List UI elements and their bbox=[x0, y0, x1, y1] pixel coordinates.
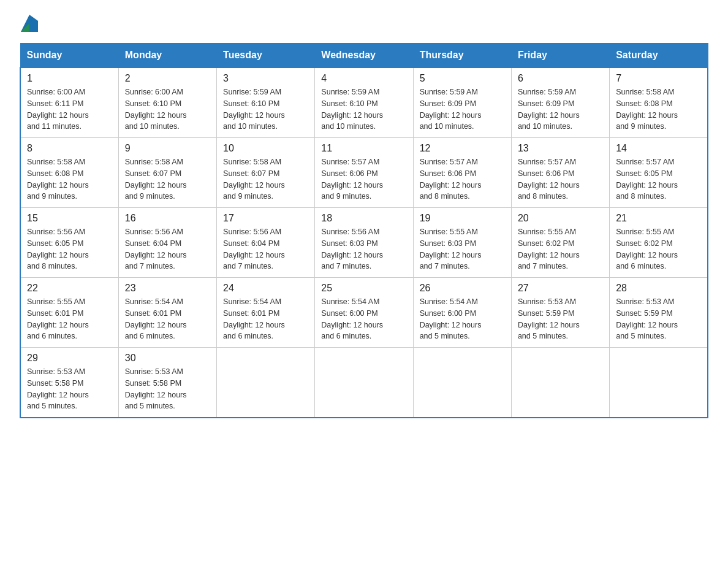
day-cell bbox=[315, 348, 413, 418]
header-day-monday: Monday bbox=[118, 44, 216, 68]
page-header bbox=[20, 15, 708, 32]
day-cell: 3 Sunrise: 5:59 AMSunset: 6:10 PMDayligh… bbox=[217, 67, 315, 138]
day-info: Sunrise: 5:57 AMSunset: 6:06 PMDaylight:… bbox=[518, 158, 580, 201]
day-number: 17 bbox=[223, 213, 308, 224]
week-row-2: 8 Sunrise: 5:58 AMSunset: 6:08 PMDayligh… bbox=[20, 138, 708, 208]
day-number: 2 bbox=[125, 73, 210, 84]
day-info: Sunrise: 6:00 AMSunset: 6:11 PMDaylight:… bbox=[27, 88, 89, 131]
day-cell: 17 Sunrise: 5:56 AMSunset: 6:04 PMDaylig… bbox=[217, 208, 315, 278]
day-info: Sunrise: 5:55 AMSunset: 6:02 PMDaylight:… bbox=[616, 228, 678, 270]
day-cell: 20 Sunrise: 5:55 AMSunset: 6:02 PMDaylig… bbox=[511, 208, 609, 278]
day-info: Sunrise: 5:57 AMSunset: 6:06 PMDaylight:… bbox=[321, 158, 383, 201]
day-number: 6 bbox=[518, 73, 603, 84]
day-info: Sunrise: 5:55 AMSunset: 6:02 PMDaylight:… bbox=[518, 228, 580, 270]
day-cell: 24 Sunrise: 5:54 AMSunset: 6:01 PMDaylig… bbox=[217, 278, 315, 348]
day-cell bbox=[413, 348, 511, 418]
day-number: 1 bbox=[27, 73, 112, 84]
day-number: 5 bbox=[420, 73, 505, 84]
week-row-1: 1 Sunrise: 6:00 AMSunset: 6:11 PMDayligh… bbox=[20, 67, 708, 138]
day-cell: 30 Sunrise: 5:53 AMSunset: 5:58 PMDaylig… bbox=[118, 348, 216, 418]
day-cell: 11 Sunrise: 5:57 AMSunset: 6:06 PMDaylig… bbox=[315, 138, 413, 208]
day-cell: 26 Sunrise: 5:54 AMSunset: 6:00 PMDaylig… bbox=[413, 278, 511, 348]
day-cell bbox=[610, 348, 708, 418]
day-cell: 18 Sunrise: 5:56 AMSunset: 6:03 PMDaylig… bbox=[315, 208, 413, 278]
day-number: 24 bbox=[223, 283, 308, 294]
day-cell: 4 Sunrise: 5:59 AMSunset: 6:10 PMDayligh… bbox=[315, 67, 413, 138]
day-info: Sunrise: 5:59 AMSunset: 6:10 PMDaylight:… bbox=[223, 88, 285, 131]
day-cell: 12 Sunrise: 5:57 AMSunset: 6:06 PMDaylig… bbox=[413, 138, 511, 208]
week-row-5: 29 Sunrise: 5:53 AMSunset: 5:58 PMDaylig… bbox=[20, 348, 708, 418]
header-day-saturday: Saturday bbox=[610, 44, 708, 68]
day-cell: 7 Sunrise: 5:58 AMSunset: 6:08 PMDayligh… bbox=[610, 67, 708, 138]
day-cell: 9 Sunrise: 5:58 AMSunset: 6:07 PMDayligh… bbox=[118, 138, 216, 208]
day-number: 16 bbox=[125, 213, 210, 224]
day-info: Sunrise: 5:58 AMSunset: 6:07 PMDaylight:… bbox=[223, 158, 285, 201]
day-cell: 21 Sunrise: 5:55 AMSunset: 6:02 PMDaylig… bbox=[610, 208, 708, 278]
day-cell: 6 Sunrise: 5:59 AMSunset: 6:09 PMDayligh… bbox=[511, 67, 609, 138]
day-info: Sunrise: 5:59 AMSunset: 6:09 PMDaylight:… bbox=[518, 88, 580, 131]
day-cell: 2 Sunrise: 6:00 AMSunset: 6:10 PMDayligh… bbox=[118, 67, 216, 138]
week-row-4: 22 Sunrise: 5:55 AMSunset: 6:01 PMDaylig… bbox=[20, 278, 708, 348]
day-info: Sunrise: 6:00 AMSunset: 6:10 PMDaylight:… bbox=[125, 88, 187, 131]
day-cell: 28 Sunrise: 5:53 AMSunset: 5:59 PMDaylig… bbox=[610, 278, 708, 348]
day-info: Sunrise: 5:58 AMSunset: 6:08 PMDaylight:… bbox=[27, 158, 89, 201]
day-info: Sunrise: 5:55 AMSunset: 6:03 PMDaylight:… bbox=[420, 228, 482, 270]
day-number: 10 bbox=[223, 143, 308, 154]
day-info: Sunrise: 5:53 AMSunset: 5:59 PMDaylight:… bbox=[616, 297, 678, 340]
day-cell: 5 Sunrise: 5:59 AMSunset: 6:09 PMDayligh… bbox=[413, 67, 511, 138]
day-info: Sunrise: 5:57 AMSunset: 6:06 PMDaylight:… bbox=[420, 158, 482, 201]
day-number: 23 bbox=[125, 283, 210, 294]
day-info: Sunrise: 5:59 AMSunset: 6:10 PMDaylight:… bbox=[321, 88, 383, 131]
day-cell: 29 Sunrise: 5:53 AMSunset: 5:58 PMDaylig… bbox=[20, 348, 118, 418]
day-number: 27 bbox=[518, 283, 603, 294]
day-info: Sunrise: 5:58 AMSunset: 6:07 PMDaylight:… bbox=[125, 158, 187, 201]
day-cell: 19 Sunrise: 5:55 AMSunset: 6:03 PMDaylig… bbox=[413, 208, 511, 278]
day-info: Sunrise: 5:56 AMSunset: 6:04 PMDaylight:… bbox=[125, 228, 187, 270]
day-info: Sunrise: 5:58 AMSunset: 6:08 PMDaylight:… bbox=[616, 88, 678, 131]
day-info: Sunrise: 5:55 AMSunset: 6:01 PMDaylight:… bbox=[27, 297, 89, 340]
day-cell: 23 Sunrise: 5:54 AMSunset: 6:01 PMDaylig… bbox=[118, 278, 216, 348]
day-info: Sunrise: 5:53 AMSunset: 5:58 PMDaylight:… bbox=[125, 367, 187, 410]
day-cell: 14 Sunrise: 5:57 AMSunset: 6:05 PMDaylig… bbox=[610, 138, 708, 208]
day-info: Sunrise: 5:54 AMSunset: 6:01 PMDaylight:… bbox=[125, 297, 187, 340]
day-info: Sunrise: 5:56 AMSunset: 6:04 PMDaylight:… bbox=[223, 228, 285, 270]
day-number: 15 bbox=[27, 213, 112, 224]
day-number: 25 bbox=[321, 283, 406, 294]
day-info: Sunrise: 5:54 AMSunset: 6:01 PMDaylight:… bbox=[223, 297, 285, 340]
day-info: Sunrise: 5:59 AMSunset: 6:09 PMDaylight:… bbox=[420, 88, 482, 131]
day-cell: 27 Sunrise: 5:53 AMSunset: 5:59 PMDaylig… bbox=[511, 278, 609, 348]
day-cell bbox=[511, 348, 609, 418]
day-cell: 15 Sunrise: 5:56 AMSunset: 6:05 PMDaylig… bbox=[20, 208, 118, 278]
header-day-thursday: Thursday bbox=[413, 44, 511, 68]
day-number: 12 bbox=[420, 143, 505, 154]
day-cell: 13 Sunrise: 5:57 AMSunset: 6:06 PMDaylig… bbox=[511, 138, 609, 208]
day-info: Sunrise: 5:57 AMSunset: 6:05 PMDaylight:… bbox=[616, 158, 678, 201]
day-cell: 1 Sunrise: 6:00 AMSunset: 6:11 PMDayligh… bbox=[20, 67, 118, 138]
day-number: 20 bbox=[518, 213, 603, 224]
day-number: 8 bbox=[27, 143, 112, 154]
day-info: Sunrise: 5:56 AMSunset: 6:03 PMDaylight:… bbox=[321, 228, 383, 270]
day-number: 29 bbox=[27, 353, 112, 364]
day-number: 13 bbox=[518, 143, 603, 154]
day-number: 9 bbox=[125, 143, 210, 154]
day-info: Sunrise: 5:54 AMSunset: 6:00 PMDaylight:… bbox=[420, 297, 482, 340]
day-number: 19 bbox=[420, 213, 505, 224]
day-cell: 10 Sunrise: 5:58 AMSunset: 6:07 PMDaylig… bbox=[217, 138, 315, 208]
day-info: Sunrise: 5:53 AMSunset: 5:58 PMDaylight:… bbox=[27, 367, 89, 410]
logo-icon bbox=[21, 15, 38, 32]
week-row-3: 15 Sunrise: 5:56 AMSunset: 6:05 PMDaylig… bbox=[20, 208, 708, 278]
calendar-table: SundayMondayTuesdayWednesdayThursdayFrid… bbox=[20, 43, 708, 418]
day-number: 4 bbox=[321, 73, 406, 84]
day-cell bbox=[217, 348, 315, 418]
day-number: 21 bbox=[616, 213, 701, 224]
header-day-sunday: Sunday bbox=[20, 44, 118, 68]
day-number: 18 bbox=[321, 213, 406, 224]
day-cell: 8 Sunrise: 5:58 AMSunset: 6:08 PMDayligh… bbox=[20, 138, 118, 208]
day-number: 14 bbox=[616, 143, 701, 154]
header-day-wednesday: Wednesday bbox=[315, 44, 413, 68]
day-cell: 16 Sunrise: 5:56 AMSunset: 6:04 PMDaylig… bbox=[118, 208, 216, 278]
day-cell: 22 Sunrise: 5:55 AMSunset: 6:01 PMDaylig… bbox=[20, 278, 118, 348]
header-day-friday: Friday bbox=[511, 44, 609, 68]
day-number: 28 bbox=[616, 283, 701, 294]
day-number: 11 bbox=[321, 143, 406, 154]
